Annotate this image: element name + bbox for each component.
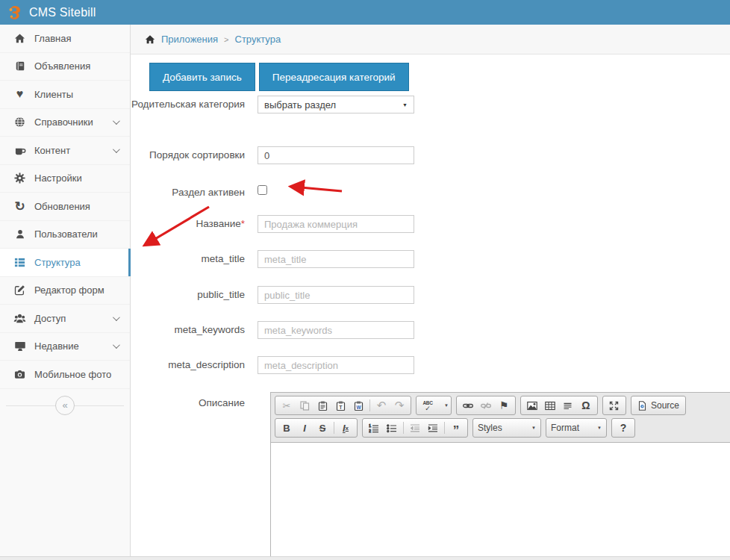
meta-title-input[interactable]	[258, 250, 414, 268]
remove-format-icon[interactable]: Ix	[337, 420, 355, 435]
breadcrumb-link-prilozheniya[interactable]: Приложения	[161, 34, 218, 45]
sidebar-item-klienty[interactable]: ♥ Клиенты	[0, 81, 130, 109]
special-char-icon[interactable]: Ω	[577, 398, 595, 413]
copy-icon[interactable]	[296, 398, 313, 413]
globe-icon	[13, 116, 26, 128]
chevron-down-icon	[113, 146, 120, 153]
paste-icon[interactable]	[313, 398, 331, 413]
sidebar-item-label: Контент	[34, 145, 70, 156]
maximize-group	[602, 396, 626, 415]
paste-plain-text-icon[interactable]: T	[331, 398, 349, 413]
section-active-checkbox[interactable]	[258, 185, 267, 195]
sidebar-item-redaktor-form[interactable]: Редактор форм	[0, 277, 130, 305]
name-input[interactable]	[258, 215, 414, 233]
sidebar-item-nedavnie[interactable]: Недавние	[0, 333, 130, 361]
sidebar-collapse-row: «	[0, 391, 130, 420]
sort-order-label: Порядок сортировки	[131, 146, 258, 162]
sidebar-item-polzovateli[interactable]: Пользователи	[0, 221, 130, 249]
main-content: Добавить запись Переадресация категорий …	[131, 55, 730, 560]
meta-title-label: meta_title	[131, 250, 258, 266]
meta-description-input[interactable]	[258, 356, 414, 374]
svg-text:1: 1	[369, 423, 371, 428]
sidebar-item-struktura[interactable]: Структура	[0, 249, 130, 277]
sidebar-item-label: Настройки	[34, 172, 82, 184]
toolbar-separator	[403, 422, 404, 434]
section-active-label: Раздел активен	[131, 184, 258, 199]
form-row-public-title: public_title	[131, 286, 414, 304]
redirect-categories-button[interactable]: Переадресация категорий	[259, 63, 409, 91]
sidebar-item-obnovleniya[interactable]: ↻ Обновления	[0, 193, 130, 221]
italic-icon[interactable]: I	[296, 420, 313, 435]
decrease-indent-icon[interactable]	[406, 420, 424, 435]
toolbar-separator	[369, 399, 370, 411]
redo-icon[interactable]: ↷	[390, 398, 408, 413]
required-asterisk: *	[241, 218, 245, 229]
help-button[interactable]: ?	[614, 420, 632, 435]
increase-indent-icon[interactable]	[424, 420, 442, 435]
horizontal-rule-icon[interactable]	[559, 398, 577, 413]
user-icon	[13, 228, 26, 240]
toolbar-separator	[334, 422, 334, 434]
parent-category-select[interactable]: выбрать раздел ▼	[258, 96, 414, 113]
public-title-input[interactable]	[258, 286, 414, 304]
sidebar-item-dostup[interactable]: Доступ	[0, 305, 130, 333]
spellcheck-icon[interactable]: ABC✓	[419, 398, 437, 413]
unlink-icon[interactable]	[477, 398, 495, 413]
spellcheck-group: ABC✓ ▼	[416, 396, 452, 415]
sidebar-collapse-button[interactable]: «	[55, 396, 75, 415]
sidebar-item-glavnaya[interactable]: Главная	[0, 25, 130, 53]
editor-toolbar-row-1: ✂ T W ↶	[275, 396, 726, 415]
image-icon[interactable]	[523, 398, 541, 413]
add-record-button[interactable]: Добавить запись	[149, 63, 255, 91]
sidebar-item-label: Структура	[34, 257, 81, 268]
source-button[interactable]: Source	[634, 398, 683, 413]
sidebar-item-spravochniki[interactable]: Справочники	[0, 109, 130, 137]
styles-dropdown-label: Styles	[478, 423, 502, 433]
sidebar-item-label: Доступ	[34, 313, 66, 324]
sort-order-input[interactable]	[258, 146, 414, 164]
sidebar-item-label: Обновления	[34, 201, 90, 212]
bulleted-list-icon[interactable]	[383, 420, 401, 435]
sidebar-item-label: Главная	[34, 33, 71, 44]
paste-from-word-icon[interactable]: W	[349, 398, 367, 413]
format-dropdown[interactable]: Format ▼	[546, 418, 607, 438]
description-label: Описание	[131, 394, 258, 410]
spellcheck-dropdown-arrow-icon[interactable]: ▼	[444, 403, 449, 408]
editor-text-area[interactable]	[271, 443, 730, 556]
table-icon[interactable]	[541, 398, 559, 413]
anchor-icon[interactable]: ⚑	[495, 398, 513, 413]
sidebar-item-mobilnoe-foto[interactable]: Мобильное фото	[0, 361, 130, 389]
breadcrumb: Приложения > Структура	[131, 25, 730, 55]
sidebar-item-label: Клиенты	[34, 89, 73, 100]
public-title-label: public_title	[131, 286, 258, 302]
edit-icon	[13, 284, 26, 296]
sidebar-item-nastroiki[interactable]: Настройки	[0, 165, 130, 193]
sidebar: Главная Объявления ♥ Клиенты Справочники…	[0, 25, 131, 560]
chevron-down-icon	[113, 314, 120, 321]
bold-icon[interactable]: B	[278, 420, 296, 435]
toolbar-separator	[444, 422, 445, 434]
meta-keywords-input[interactable]	[258, 321, 414, 339]
gear-icon	[13, 172, 26, 184]
book-icon	[13, 60, 26, 72]
strikethrough-icon[interactable]: S	[313, 420, 331, 435]
sidebar-item-label: Редактор форм	[34, 284, 104, 296]
form-row-section-active: Раздел активен	[131, 184, 267, 199]
numbered-list-icon[interactable]: 12	[365, 420, 383, 435]
breadcrumb-link-struktura[interactable]: Структура	[235, 34, 281, 45]
sidebar-item-obyavleniya[interactable]: Объявления	[0, 53, 130, 81]
meta-description-label: meta_description	[131, 356, 258, 372]
svg-text:2: 2	[369, 429, 371, 433]
meta-keywords-label: meta_keywords	[131, 321, 258, 337]
link-icon[interactable]	[459, 398, 477, 413]
form-row-parent-category: Родительская категория выбрать раздел ▼	[131, 96, 414, 113]
undo-icon[interactable]: ↶	[372, 398, 390, 413]
maximize-icon[interactable]	[605, 398, 623, 413]
users-group-icon	[13, 312, 26, 324]
sidebar-item-kontent[interactable]: Контент	[0, 137, 130, 165]
top-header: CMS Sitebill	[0, 0, 730, 25]
format-dropdown-label: Format	[551, 423, 579, 433]
blockquote-icon[interactable]: ”	[447, 420, 465, 435]
styles-dropdown[interactable]: Styles ▼	[472, 418, 541, 438]
cut-icon[interactable]: ✂	[278, 398, 296, 413]
